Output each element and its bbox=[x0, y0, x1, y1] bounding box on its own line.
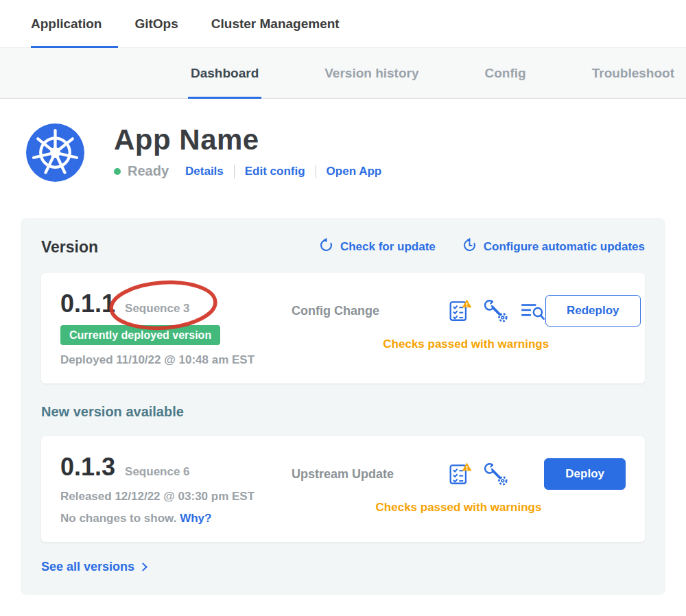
why-link[interactable]: Why? bbox=[180, 512, 211, 525]
version-panel: Version Check for update Configure autom… bbox=[21, 218, 665, 595]
version-panel-title: Version bbox=[41, 238, 98, 257]
top-nav-item-gitops[interactable]: GitOps bbox=[134, 0, 178, 47]
current-version-icons bbox=[448, 298, 545, 323]
redeploy-button[interactable]: Redeploy bbox=[545, 295, 641, 327]
new-version-actions: Upstream Update bbox=[292, 458, 626, 514]
tab-config[interactable]: Config bbox=[485, 48, 526, 98]
version-panel-header: Version Check for update Configure autom… bbox=[41, 237, 645, 257]
deploy-button[interactable]: Deploy bbox=[544, 458, 626, 490]
wrench-gear-icon[interactable] bbox=[484, 462, 508, 486]
app-header-text: App Name Ready Details Edit config Open … bbox=[114, 123, 381, 182]
new-version-card: 0.1.3 Sequence 6 Released 12/12/22 @ 03:… bbox=[41, 436, 645, 542]
sub-nav: Dashboard Version history Config Trouble… bbox=[0, 48, 686, 99]
top-nav-item-application[interactable]: Application bbox=[31, 0, 102, 47]
current-checks-warning: Checks passed with warnings bbox=[292, 337, 641, 351]
status-badge: Ready bbox=[128, 163, 169, 179]
check-for-update-label: Check for update bbox=[340, 240, 436, 254]
status-row: Ready Details Edit config Open App bbox=[114, 163, 381, 179]
details-link[interactable]: Details bbox=[185, 165, 224, 178]
current-version-actions: Config Change bbox=[292, 295, 641, 351]
see-all-versions-link[interactable]: See all versions bbox=[41, 560, 645, 574]
diff-list-magnifier-icon[interactable] bbox=[519, 300, 545, 322]
chevron-right-icon bbox=[139, 562, 147, 571]
top-nav: Application GitOps Cluster Management bbox=[0, 0, 686, 48]
no-changes-text: No changes to show. bbox=[60, 512, 176, 525]
status-dot-icon bbox=[114, 168, 121, 175]
open-app-link[interactable]: Open App bbox=[327, 165, 382, 178]
current-version-number: 0.1.1 bbox=[60, 289, 115, 318]
new-version-info: 0.1.3 Sequence 6 Released 12/12/22 @ 03:… bbox=[60, 453, 292, 525]
new-checks-warning: Checks passed with warnings bbox=[292, 501, 626, 514]
clock-refresh-icon bbox=[462, 237, 477, 257]
configure-automatic-updates-link[interactable]: Configure automatic updates bbox=[462, 237, 645, 257]
new-version-sequence: Sequence 6 bbox=[125, 465, 190, 479]
kubernetes-logo-icon bbox=[26, 123, 84, 182]
check-for-update-link[interactable]: Check for update bbox=[318, 237, 436, 257]
configure-automatic-updates-label: Configure automatic updates bbox=[484, 240, 645, 254]
new-version-number: 0.1.3 bbox=[60, 453, 115, 482]
refresh-icon bbox=[318, 237, 334, 257]
edit-config-link[interactable]: Edit config bbox=[245, 165, 305, 178]
preflight-checks-icon[interactable] bbox=[448, 462, 473, 486]
see-all-versions-label: See all versions bbox=[41, 560, 134, 574]
current-change-source: Config Change bbox=[292, 304, 405, 318]
deployed-timestamp: Deployed 11/10/22 @ 10:48 am EST bbox=[60, 353, 292, 367]
tab-version-history[interactable]: Version history bbox=[324, 48, 418, 98]
preflight-checks-icon[interactable] bbox=[448, 298, 473, 323]
tab-troubleshoot[interactable]: Troubleshoot bbox=[592, 48, 674, 98]
separator bbox=[234, 165, 235, 178]
tab-dashboard[interactable]: Dashboard bbox=[191, 48, 259, 98]
current-version-info: 0.1.1 Sequence 3 Currently deployed vers… bbox=[60, 289, 292, 367]
app-header: App Name Ready Details Edit config Open … bbox=[0, 99, 686, 182]
currently-deployed-badge: Currently deployed version bbox=[60, 325, 220, 345]
no-changes-line: No changes to show. Why? bbox=[60, 512, 292, 525]
new-version-icons bbox=[448, 462, 508, 486]
current-version-sequence: Sequence 3 bbox=[125, 302, 190, 316]
separator bbox=[316, 165, 316, 178]
top-nav-item-cluster-management[interactable]: Cluster Management bbox=[211, 0, 340, 47]
released-timestamp: Released 12/12/22 @ 03:30 pm EST bbox=[60, 490, 292, 504]
page-title: App Name bbox=[114, 123, 381, 156]
current-version-card: 0.1.1 Sequence 3 Currently deployed vers… bbox=[41, 273, 645, 383]
new-change-source: Upstream Update bbox=[292, 467, 405, 482]
new-version-available-heading: New version available bbox=[41, 404, 645, 420]
wrench-gear-icon[interactable] bbox=[484, 298, 508, 323]
